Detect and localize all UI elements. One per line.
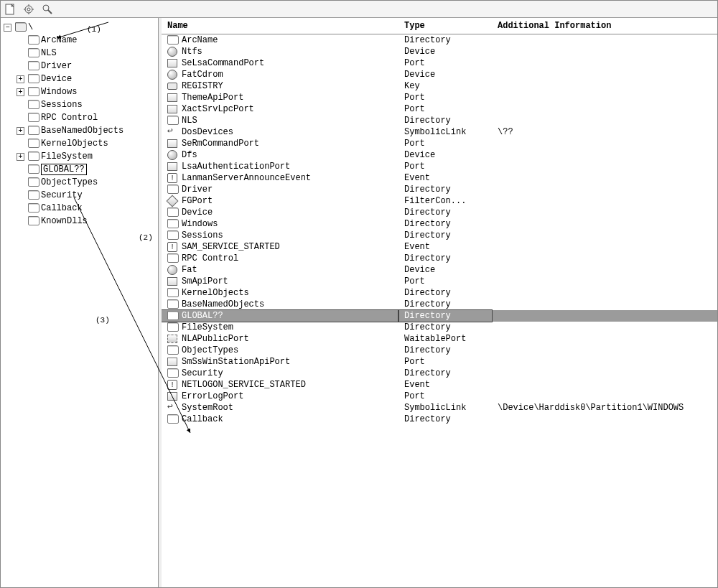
tree-item[interactable]: +FileSystem bbox=[17, 150, 158, 163]
tree-item[interactable]: GLOBAL?? bbox=[17, 163, 158, 176]
table-row[interactable]: SessionsDirectory bbox=[162, 230, 717, 241]
row-name: NLAPublicPort bbox=[182, 334, 249, 344]
row-type: Event bbox=[398, 172, 492, 184]
tree-item-label: KernelObjects bbox=[41, 139, 108, 149]
folder-icon bbox=[167, 368, 179, 378]
row-type: Directory bbox=[398, 184, 492, 195]
tree-item[interactable]: Driver bbox=[17, 60, 158, 73]
row-type: Directory bbox=[398, 345, 492, 356]
table-row[interactable]: DeviceDirectory bbox=[162, 207, 717, 218]
col-info[interactable]: Additional Information bbox=[492, 18, 717, 34]
tree-item-label: Callback bbox=[41, 203, 83, 213]
table-row[interactable]: BaseNamedObjectsDirectory bbox=[162, 299, 717, 310]
table-row[interactable]: REGISTRYKey bbox=[162, 80, 717, 92]
row-info bbox=[492, 161, 717, 172]
expand-icon[interactable]: + bbox=[17, 127, 24, 135]
table-row[interactable]: SeRmCommandPortPort bbox=[162, 138, 717, 149]
row-name: Fat bbox=[182, 265, 197, 275]
table-row[interactable]: LsaAuthenticationPortPort bbox=[162, 161, 717, 172]
table-row[interactable]: ThemeApiPortPort bbox=[162, 92, 717, 103]
table-row[interactable]: XactSrvLpcPortPort bbox=[162, 103, 717, 115]
col-name[interactable]: Name bbox=[162, 18, 398, 34]
tree-spacer bbox=[17, 166, 24, 174]
list-panel[interactable]: Name Type Additional Information ArcName… bbox=[162, 18, 717, 587]
svg-point-2 bbox=[27, 8, 30, 11]
tree-item-label: KnownDlls bbox=[41, 216, 88, 226]
row-name: Security bbox=[182, 368, 223, 378]
collapse-icon[interactable]: − bbox=[4, 24, 11, 32]
folder-icon bbox=[28, 216, 39, 226]
table-row[interactable]: DosDevicesSymbolicLink\?? bbox=[162, 126, 717, 138]
file-icon[interactable] bbox=[4, 3, 17, 16]
folder-icon bbox=[167, 116, 179, 126]
row-info bbox=[492, 253, 717, 264]
row-info bbox=[492, 207, 717, 218]
tree-item[interactable]: KernelObjects bbox=[17, 137, 158, 150]
table-row[interactable]: SystemRootSymbolicLink\Device\Harddisk0\… bbox=[162, 402, 717, 414]
tree-item[interactable]: Sessions bbox=[17, 98, 158, 111]
table-row[interactable]: WindowsDirectory bbox=[162, 218, 717, 230]
row-info bbox=[492, 368, 717, 379]
table-row[interactable]: ObjectTypesDirectory bbox=[162, 345, 717, 356]
expand-icon[interactable]: + bbox=[17, 153, 24, 161]
tree-item[interactable]: +Windows bbox=[17, 85, 158, 98]
folder-icon bbox=[167, 219, 179, 229]
table-row[interactable]: NLSDirectory bbox=[162, 115, 717, 126]
expand-icon[interactable]: + bbox=[17, 75, 24, 83]
tree-item[interactable]: NLS bbox=[17, 47, 158, 60]
table-row[interactable]: SecurityDirectory bbox=[162, 368, 717, 379]
table-row[interactable]: FGPortFilterCon... bbox=[162, 195, 717, 207]
tree-item[interactable]: Security bbox=[17, 189, 158, 202]
table-row[interactable]: SeLsaCommandPortPort bbox=[162, 57, 717, 69]
search-icon[interactable] bbox=[41, 3, 54, 16]
tree-item[interactable]: KnownDlls bbox=[17, 215, 158, 228]
row-info bbox=[492, 218, 717, 230]
table-row[interactable]: NLAPublicPortWaitablePort bbox=[162, 333, 717, 345]
table-row[interactable]: KernelObjectsDirectory bbox=[162, 287, 717, 299]
row-type: Directory bbox=[398, 322, 492, 333]
table-row[interactable]: SmSsWinStationApiPortPort bbox=[162, 356, 717, 368]
row-name: SeRmCommandPort bbox=[182, 139, 259, 149]
tree-item[interactable]: Callback bbox=[17, 202, 158, 215]
table-row[interactable]: DfsDevice bbox=[162, 149, 717, 161]
table-row[interactable]: FatDevice bbox=[162, 264, 717, 276]
row-type: Key bbox=[398, 80, 492, 92]
table-row[interactable]: FatCdromDevice bbox=[162, 69, 717, 80]
table-row[interactable]: SmApiPortPort bbox=[162, 276, 717, 287]
table-row[interactable]: LanmanServerAnnounceEventEvent bbox=[162, 172, 717, 184]
table-row[interactable]: FileSystemDirectory bbox=[162, 322, 717, 333]
row-info bbox=[492, 276, 717, 287]
tree-item[interactable]: +BaseNamedObjects bbox=[17, 124, 158, 137]
row-type: Port bbox=[398, 356, 492, 368]
row-name: Driver bbox=[182, 185, 213, 195]
row-type: Port bbox=[398, 276, 492, 287]
tree-item[interactable]: RPC Control bbox=[17, 111, 158, 124]
gear-icon[interactable] bbox=[22, 3, 35, 16]
table-row[interactable]: DriverDirectory bbox=[162, 184, 717, 195]
tree-item[interactable]: ObjectTypes bbox=[17, 176, 158, 189]
tree-root[interactable]: − \ bbox=[4, 21, 158, 34]
row-type: Directory bbox=[398, 287, 492, 299]
row-info bbox=[492, 345, 717, 356]
row-name: XactSrvLpcPort bbox=[182, 104, 254, 114]
table-row[interactable]: NtfsDevice bbox=[162, 46, 717, 57]
row-info bbox=[492, 184, 717, 195]
tree-item[interactable]: +Device bbox=[17, 73, 158, 85]
row-type: Event bbox=[398, 379, 492, 391]
table-row[interactable]: RPC ControlDirectory bbox=[162, 253, 717, 264]
tree-item-label: BaseNamedObjects bbox=[41, 126, 123, 136]
table-row[interactable]: ErrorLogPortPort bbox=[162, 391, 717, 402]
col-type[interactable]: Type bbox=[398, 18, 492, 34]
tree-panel[interactable]: − \ ArcNameNLSDriver+Device+WindowsSessi… bbox=[1, 18, 159, 587]
table-row[interactable]: GLOBAL??Directory bbox=[162, 310, 717, 322]
port-icon bbox=[167, 139, 179, 149]
tree-item[interactable]: ArcName bbox=[17, 34, 158, 47]
table-row[interactable]: ArcNameDirectory bbox=[162, 34, 717, 47]
row-name: ArcName bbox=[182, 35, 218, 45]
row-type: Directory bbox=[398, 414, 492, 425]
table-row[interactable]: NETLOGON_SERVICE_STARTEDEvent bbox=[162, 379, 717, 391]
row-info bbox=[492, 391, 717, 402]
table-row[interactable]: CallbackDirectory bbox=[162, 414, 717, 425]
expand-icon[interactable]: + bbox=[17, 88, 24, 96]
table-row[interactable]: SAM_SERVICE_STARTEDEvent bbox=[162, 241, 717, 253]
